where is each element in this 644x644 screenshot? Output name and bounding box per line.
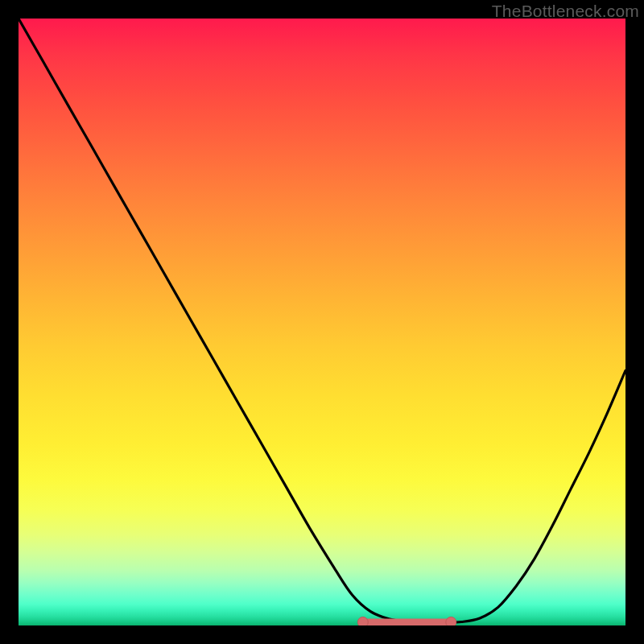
bottleneck-curve-svg — [19, 19, 625, 625]
plot-area — [19, 19, 625, 625]
bottleneck-curve — [19, 19, 625, 622]
optimal-range-markers — [357, 617, 456, 625]
optimal-range-end-dot — [446, 617, 456, 625]
chart-frame: TheBottleneck.com — [0, 0, 644, 644]
optimal-range-start-dot — [357, 617, 368, 625]
